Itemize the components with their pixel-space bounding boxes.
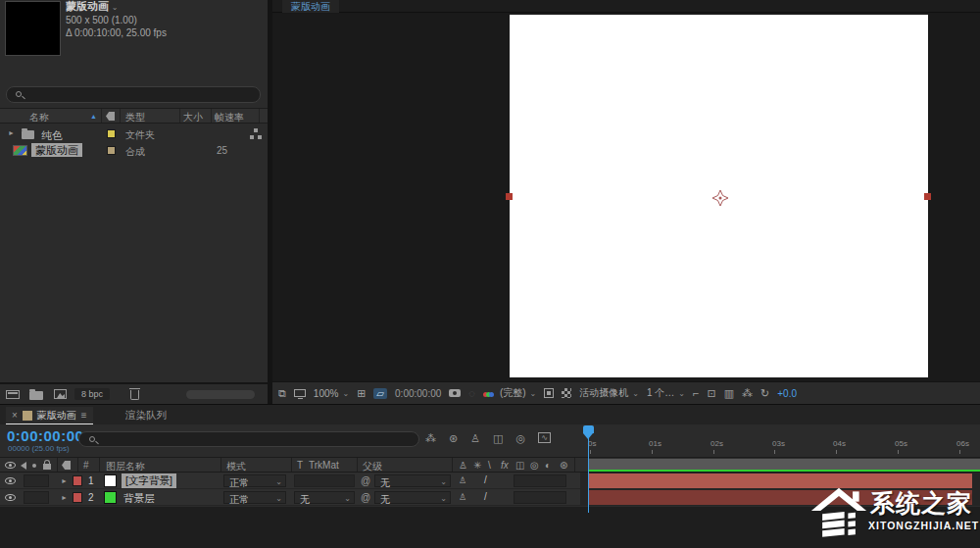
shy-toggle-icon[interactable]: ♙ (459, 492, 466, 502)
switch-cells[interactable] (514, 491, 566, 504)
label-color-swatch[interactable] (107, 129, 116, 138)
column-size[interactable]: 大小 (183, 111, 203, 125)
close-icon[interactable]: × (12, 410, 18, 421)
channel-settings-icon[interactable] (483, 388, 492, 399)
eye-icon[interactable] (5, 462, 16, 469)
pixel-aspect-icon[interactable]: ⊡ (707, 387, 715, 400)
column-trkmat[interactable]: TrkMat (309, 460, 339, 471)
motion-blur-icon[interactable]: ◎ (516, 432, 526, 445)
eye-icon[interactable] (5, 477, 16, 484)
viewer-stage[interactable] (272, 14, 980, 381)
audio-icon[interactable] (21, 462, 26, 470)
solo-icon[interactable] (32, 464, 36, 468)
switch-cells[interactable] (514, 474, 566, 487)
motion-blur-switch-icon[interactable]: ◎ (530, 460, 539, 471)
quality-toggle-icon[interactable]: / (484, 491, 487, 502)
right-edge-handle[interactable] (924, 193, 931, 200)
grid-guides-icon[interactable]: ⊞ (357, 387, 366, 400)
expand-arrow-icon[interactable]: ► (8, 129, 15, 136)
column-name[interactable]: 名称 (29, 111, 49, 125)
timeline-tab-comp[interactable]: × 蒙版动画 ≡ (6, 407, 93, 424)
scrollbar-thumb[interactable] (186, 390, 255, 399)
anchor-point-icon[interactable] (712, 190, 728, 206)
graph-editor-icon[interactable]: ∿ (538, 432, 551, 443)
eye-icon[interactable] (5, 494, 16, 501)
shy-toggle-icon[interactable]: ♙ (459, 475, 466, 485)
sort-up-icon[interactable]: ▲ (90, 113, 97, 120)
expand-arrow-icon[interactable]: ► (61, 494, 68, 501)
column-framerate[interactable]: 帧速率 (215, 111, 244, 125)
collapse-switch-icon[interactable]: ✳ (473, 460, 481, 471)
main-viewer-icon[interactable] (294, 389, 306, 397)
viewer-tab[interactable]: 蒙版动画 (282, 0, 339, 13)
column-layer-name[interactable]: 图层名称 (106, 460, 145, 473)
adjustment-switch-icon[interactable]: ◐ (545, 460, 551, 471)
label-column-icon[interactable] (62, 461, 71, 470)
trkmat-dropdown[interactable]: 无 ⌄ (294, 491, 355, 504)
expand-arrow-icon[interactable]: ► (61, 477, 68, 484)
project-item-solids[interactable]: ► 纯色 文件夹 (0, 125, 268, 142)
fx-switch-icon[interactable]: fx (501, 460, 509, 471)
layer-color-swatch[interactable] (104, 491, 117, 504)
work-area-bar[interactable] (588, 459, 980, 470)
always-preview-icon[interactable]: ⧉ (278, 387, 286, 400)
switch-cells[interactable] (24, 474, 49, 487)
blend-mode-dropdown[interactable]: 正常 ⌄ (223, 491, 286, 504)
chevron-down-icon[interactable]: ⌄ (112, 3, 119, 12)
composition-mini-flowchart-icon[interactable]: ⁂ (425, 432, 436, 445)
timeline-tab-render-queue[interactable]: 渲染队列 (125, 409, 167, 423)
blend-mode-dropdown[interactable]: 正常 ⌄ (223, 474, 286, 487)
pickwhip-icon[interactable]: @ (361, 475, 370, 486)
label-color-swatch[interactable] (107, 146, 116, 155)
shy-switch-icon[interactable]: ♙ (459, 460, 467, 471)
timeline-search-input[interactable] (78, 431, 419, 447)
playhead-line[interactable] (588, 426, 589, 513)
item-name-selected[interactable]: 蒙版动画 (31, 143, 82, 157)
switch-cells[interactable] (24, 491, 49, 504)
trash-icon[interactable] (130, 390, 139, 400)
playhead-handle[interactable] (583, 425, 594, 433)
quality-toggle-icon[interactable]: / (484, 474, 487, 485)
camera-view-dropdown[interactable]: 活动摄像机 ⌄ (579, 386, 639, 400)
region-of-interest-icon[interactable] (544, 388, 554, 398)
label-color-chip[interactable] (73, 475, 82, 486)
layer-color-swatch[interactable] (104, 474, 117, 487)
parent-dropdown[interactable]: 无 ⌄ (374, 491, 451, 504)
show-snapshot-icon[interactable]: ◌ (468, 387, 475, 399)
draft-3d-icon[interactable]: ⊛ (449, 432, 458, 445)
frame-blending-icon[interactable]: ◫ (493, 432, 503, 445)
column-mode[interactable]: 模式 (226, 460, 246, 473)
timeline-columns-icon[interactable]: ▥ (724, 387, 734, 400)
left-edge-handle[interactable] (506, 193, 513, 200)
mask-visibility-icon[interactable]: ▱ (373, 388, 387, 399)
parent-dropdown[interactable]: 无 ⌄ (374, 474, 451, 487)
pickwhip-icon[interactable]: @ (361, 492, 370, 503)
current-timecode[interactable]: 0:00:00:00 (7, 427, 83, 444)
label-column-icon[interactable] (106, 112, 115, 121)
threed-switch-icon[interactable]: ⊛ (560, 460, 567, 471)
goto-region-icon[interactable]: ⌐ (693, 387, 699, 399)
time-ruler[interactable]: 0s 01s 02s 03s 04s 05s 06s (580, 436, 980, 456)
label-color-chip[interactable] (73, 492, 82, 503)
resolution-dropdown[interactable]: (完整) ⌄ (500, 386, 536, 400)
project-item-comp[interactable]: 蒙版动画 合成 25 (0, 142, 268, 159)
transparency-grid-icon[interactable] (562, 388, 571, 398)
new-folder-icon[interactable] (29, 391, 43, 400)
column-type[interactable]: 类型 (125, 111, 145, 125)
menu-icon[interactable]: ≡ (81, 410, 87, 421)
reset-exposure-icon[interactable]: ↻ (760, 387, 769, 400)
layer-name[interactable]: 背景层 (123, 492, 155, 506)
snapshot-camera-icon[interactable] (449, 389, 461, 397)
column-number[interactable]: # (83, 460, 89, 471)
lock-icon[interactable] (43, 464, 51, 470)
exposure-value[interactable]: +0.0 (777, 388, 797, 399)
view-layout-dropdown[interactable]: 1 个… ⌄ (647, 386, 685, 400)
new-composition-icon[interactable] (54, 389, 67, 399)
layer-name-selected[interactable]: [文字背景] (122, 473, 176, 488)
project-search-input[interactable] (6, 86, 261, 103)
column-t[interactable]: T (297, 460, 303, 471)
column-parent[interactable]: 父级 (363, 460, 382, 473)
shy-layers-icon[interactable]: ♙ (470, 432, 480, 445)
interpret-footage-icon[interactable] (6, 390, 20, 399)
flowchart-icon[interactable]: ⁂ (742, 387, 753, 400)
